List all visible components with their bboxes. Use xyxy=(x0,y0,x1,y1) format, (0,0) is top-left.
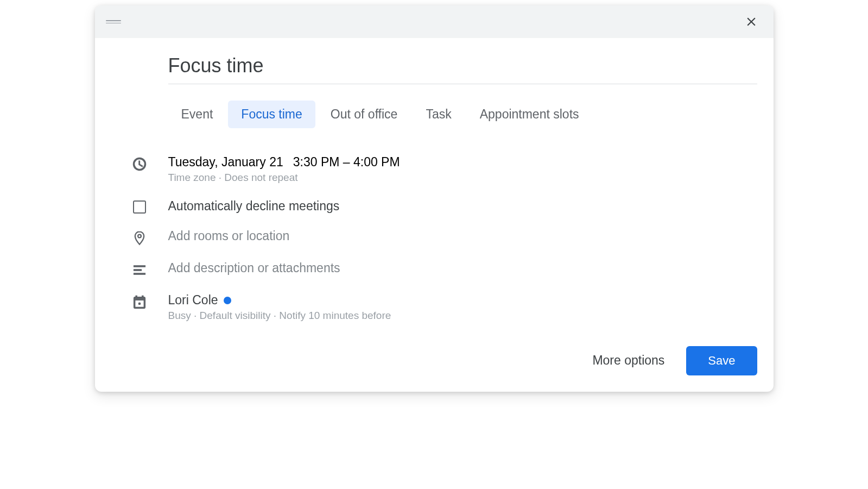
tab-task[interactable]: Task xyxy=(413,101,464,128)
description-placeholder: Add description or attachments xyxy=(168,261,757,275)
decline-meetings-checkbox[interactable] xyxy=(133,200,146,214)
drag-handle-icon[interactable] xyxy=(106,20,121,23)
save-button[interactable]: Save xyxy=(686,346,757,375)
decline-meetings-label: Automatically decline meetings xyxy=(168,199,757,214)
close-button[interactable] xyxy=(740,10,763,33)
clock-icon xyxy=(111,155,168,172)
event-details: Tuesday, January 21 3:30 PM – 4:00 PM Ti… xyxy=(111,147,757,329)
datetime-subtext: Time zone · Does not repeat xyxy=(168,172,757,184)
event-create-dialog: Event Focus time Out of office Task Appo… xyxy=(95,5,774,392)
dialog-header xyxy=(95,5,774,38)
description-row[interactable]: Add description or attachments xyxy=(111,253,757,285)
location-placeholder: Add rooms or location xyxy=(168,229,757,243)
calendar-row[interactable]: Lori Cole Busy · Default visibility · No… xyxy=(111,285,757,329)
location-row[interactable]: Add rooms or location xyxy=(111,221,757,253)
tab-event[interactable]: Event xyxy=(168,101,226,128)
event-title-input[interactable] xyxy=(168,54,757,84)
location-icon xyxy=(111,229,168,246)
more-options-button[interactable]: More options xyxy=(581,346,675,375)
event-date: Tuesday, January 21 xyxy=(168,155,283,170)
event-type-tabs: Event Focus time Out of office Task Appo… xyxy=(168,101,757,128)
calendar-owner: Lori Cole xyxy=(168,293,218,308)
close-icon xyxy=(744,15,758,29)
tab-appointment-slots[interactable]: Appointment slots xyxy=(467,101,592,128)
tab-focus-time[interactable]: Focus time xyxy=(228,101,315,128)
datetime-text: Tuesday, January 21 3:30 PM – 4:00 PM xyxy=(168,155,757,170)
calendar-icon xyxy=(111,293,168,310)
calendar-subtext: Busy · Default visibility · Notify 10 mi… xyxy=(168,310,757,322)
dialog-body: Event Focus time Out of office Task Appo… xyxy=(95,38,774,340)
description-icon xyxy=(111,261,168,278)
event-time-range: 3:30 PM – 4:00 PM xyxy=(293,155,400,170)
datetime-row[interactable]: Tuesday, January 21 3:30 PM – 4:00 PM Ti… xyxy=(111,147,757,191)
tab-out-of-office[interactable]: Out of office xyxy=(318,101,411,128)
calendar-color-dot xyxy=(224,297,231,304)
decline-meetings-row[interactable]: Automatically decline meetings xyxy=(111,191,757,221)
dialog-footer: More options Save xyxy=(95,340,774,392)
